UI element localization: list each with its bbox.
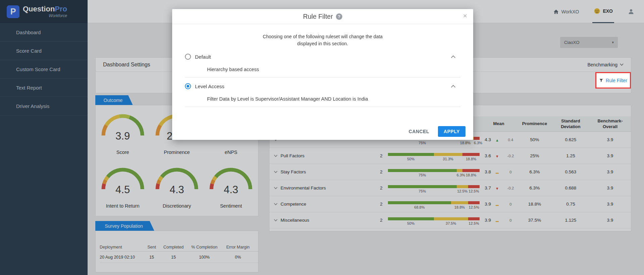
option-level-access-label: Level Access [195, 84, 225, 89]
modal-description: Choosing one of the following ruleset wi… [258, 33, 387, 47]
chevron-up-icon[interactable] [451, 55, 456, 58]
help-icon[interactable]: ? [336, 13, 342, 20]
modal-body: Choosing one of the following ruleset wi… [172, 33, 473, 137]
radio-level-access[interactable] [185, 83, 191, 89]
option-default[interactable]: Default [172, 53, 473, 61]
option-level-access-description: Filter Data by Level is Supervisor/Assis… [207, 96, 473, 102]
cancel-button[interactable]: CANCEL [409, 129, 429, 134]
modal-title: Rule Filter [303, 13, 333, 20]
option-level-access[interactable]: Level Access [172, 82, 473, 90]
filter-icon [599, 78, 603, 82]
option-default-label: Default [195, 54, 211, 60]
modal-header: Rule Filter ? × [172, 9, 473, 24]
rule-filter-modal: Rule Filter ? × Choosing one of the foll… [172, 9, 473, 140]
close-icon[interactable]: × [463, 12, 467, 20]
apply-button[interactable]: APPLY [438, 126, 465, 137]
rule-filter-highlight-box: Rule Filter [595, 72, 631, 89]
chevron-up-icon[interactable] [451, 85, 456, 88]
option-default-description: Hierarchy based access [207, 67, 473, 72]
divider [185, 77, 460, 77]
rule-filter-button[interactable]: Rule Filter [596, 73, 630, 88]
rule-filter-button-label: Rule Filter [606, 78, 627, 83]
divider [185, 107, 460, 107]
radio-default[interactable] [185, 54, 191, 60]
modal-footer: CANCEL APPLY [172, 126, 473, 137]
